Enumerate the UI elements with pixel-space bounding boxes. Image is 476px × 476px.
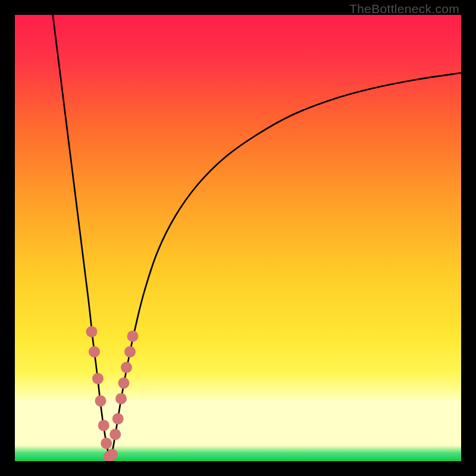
- plot-area: [15, 15, 461, 461]
- gradient-background: [15, 15, 461, 461]
- svg-rect-0: [15, 15, 461, 461]
- watermark-text: TheBottleneck.com: [349, 2, 459, 16]
- chart-frame: TheBottleneck.com: [0, 0, 476, 476]
